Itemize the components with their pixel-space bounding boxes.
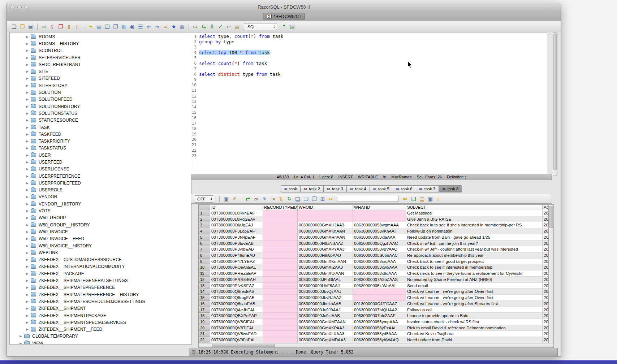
tree-item[interactable]: ▶W50_INVOICE [10, 228, 191, 235]
scrollbar-thumb[interactable] [549, 206, 553, 228]
highlight-icon[interactable]: ✑ [327, 195, 335, 203]
table-star-icon[interactable]: ▦ [178, 23, 186, 30]
table-cell[interactable]: 200 [543, 228, 548, 234]
disclosure-triangle-icon[interactable]: ▶ [25, 237, 29, 240]
table-cell[interactable] [353, 216, 406, 222]
tree-item[interactable]: ▶STATICRESOURCE [10, 117, 191, 124]
table-row[interactable]: 2100T3000000QV8wsEAD0033000000GmXLXAA300… [199, 331, 548, 337]
editor-line[interactable]: 1select type, count(*) from task [191, 34, 547, 39]
table-cell[interactable]: 00630000005S0bnAAC [353, 252, 406, 259]
tree-item[interactable]: ▶SOLUTIONHISTORY [10, 103, 191, 110]
disclosure-triangle-icon[interactable]: ▶ [19, 342, 23, 344]
result-tab[interactable]: ⊠task 5 [370, 185, 393, 192]
table-cell[interactable]: 00T3000000POeAnEAL [210, 264, 263, 270]
tree-item[interactable]: ▶ZKFEDEX__SHIPMENT [10, 305, 191, 312]
query-builder-icon[interactable]: ❑ [104, 23, 111, 30]
disclosure-triangle-icon[interactable]: ▶ [25, 174, 29, 178]
tree-item[interactable]: ▶SOLUTIONSTATUS [10, 110, 191, 117]
table-cell[interactable] [263, 216, 298, 222]
table-cell[interactable]: Check back to see if good target prospec… [406, 259, 543, 265]
column-header[interactable]: SUBJECT [406, 205, 543, 210]
table-row[interactable]: 2200T3000000QV9FaEAL0033000000GmXMDAA300… [199, 337, 548, 343]
disclosure-triangle-icon[interactable]: ▶ [25, 244, 29, 248]
close-document-icon[interactable]: x [267, 14, 271, 19]
editor-line[interactable]: 14 [191, 104, 547, 110]
table-cell[interactable]: 006300000058ypVAAQ [353, 246, 406, 252]
tree-item[interactable]: ▶ZKFEDEX__SHIPMATESCHEDULEDJOBSSETTINGS [10, 298, 191, 305]
disclosure-triangle-icon[interactable]: ▶ [25, 251, 29, 255]
table-cell[interactable] [263, 252, 298, 259]
page-icon[interactable]: ❏ [302, 195, 310, 203]
editor-line[interactable]: 19 [191, 131, 547, 137]
tree-item[interactable]: ▶ZKFEDEX__SHIPMATEPREFERENCE__HISTORY [10, 291, 191, 298]
table-cell[interactable]: 00T3000000P46qnEAB [210, 252, 263, 259]
tree-item[interactable]: ▶TASKFEED [10, 131, 191, 138]
tree-item[interactable]: ▶ZKFEDEX__SHIPMENTPACKAGE [10, 312, 191, 319]
disclosure-triangle-icon[interactable]: ▶ [25, 49, 29, 52]
table-cell[interactable] [263, 319, 298, 325]
save-icon[interactable]: ▣ [27, 23, 34, 30]
result-tab[interactable]: ⊠task 3 [324, 185, 347, 192]
disclosure-triangle-icon[interactable]: ▶ [25, 223, 29, 227]
table-row[interactable]: 1600T3000000Q8sauEAB0033000000JbukoAAB00… [199, 301, 548, 307]
import-data-icon[interactable]: ⇨ [40, 23, 48, 30]
edit-table-icon[interactable]: ▥ [120, 23, 128, 30]
quotes-icon[interactable]: ❝ [280, 23, 288, 30]
table-cell[interactable]: 00630000007A3bZAAS [353, 277, 406, 283]
disclosure-triangle-icon[interactable]: ▶ [25, 56, 29, 60]
disclosure-triangle-icon[interactable]: ▶ [25, 265, 29, 268]
column-header[interactable]: ID [210, 205, 263, 210]
table-cell[interactable]: 0033000000JbvRJAAZ [298, 295, 353, 301]
disclosure-triangle-icon[interactable]: ▶ [25, 77, 29, 80]
disclosure-triangle-icon[interactable]: ▶ [25, 35, 29, 39]
table-cell[interactable]: 00T3000000L0RknEAF [210, 210, 263, 216]
editor-line[interactable]: 7 [191, 66, 547, 72]
close-tab-icon[interactable]: ⊠ [284, 187, 288, 191]
table-row[interactable]: 1900T3000000QV8CfEAL0033000000GmXM7AAN00… [199, 319, 548, 325]
table-cell[interactable]: 200 [543, 331, 548, 337]
tree-item[interactable]: ▶TASK [10, 124, 191, 131]
refresh-results-icon[interactable]: ⇄ [244, 195, 251, 203]
table-cell[interactable]: Check-in w/ Jeff - couldn't afford last … [406, 246, 543, 252]
download-results-icon[interactable]: ⇩ [435, 195, 442, 203]
table-cell[interactable]: Leanne to provide update to Bain [406, 313, 543, 319]
editor-line[interactable]: 18 [191, 126, 547, 131]
editor-line[interactable]: 5 [191, 55, 547, 61]
table-cell[interactable] [263, 331, 298, 337]
result-tab[interactable]: ⊠task 4 [347, 185, 370, 192]
disclosure-triangle-icon[interactable]: ▶ [25, 105, 29, 108]
close-tab-icon[interactable]: ⊠ [419, 187, 423, 191]
disclosure-triangle-icon[interactable]: ▶ [25, 118, 29, 122]
new-file-icon[interactable]: ❏ [10, 23, 18, 30]
tree-item[interactable]: ▶W50_GROUP [10, 214, 191, 221]
disclosure-triangle-icon[interactable]: ▶ [25, 272, 29, 276]
table-cell[interactable]: 006300000058wgmAAA [353, 222, 406, 228]
disclosure-triangle-icon[interactable]: ▶ [25, 258, 29, 261]
table-row[interactable]: 800T3000000P46qnEAB0033000000H9i0pAAB006… [199, 252, 548, 259]
align-left-icon[interactable]: ⇤ [145, 23, 152, 30]
table-cell[interactable]: 00T3000000Q8rexEAB [210, 289, 263, 295]
table-row[interactable]: 500T3000000P3N4pEAF0033000000GmXHnAAN006… [199, 234, 548, 240]
table-cell[interactable]: 00630000007bIQUAA2 [353, 307, 406, 313]
editor-line[interactable]: 13 [191, 99, 547, 104]
table-cell[interactable]: Check nexis to see if they've found a re… [406, 270, 543, 277]
table-cell[interactable] [353, 210, 406, 216]
db-browser-icon[interactable]: ❒ [112, 23, 119, 30]
tree-item[interactable]: ▶TASKSTATUS [10, 145, 191, 152]
disclosure-triangle-icon[interactable]: ▶ [25, 230, 29, 234]
export-data-icon[interactable]: ⇧ [49, 23, 56, 30]
table-cell[interactable] [263, 277, 298, 283]
table-cell[interactable]: 200 [543, 222, 548, 228]
copy-grid-icon[interactable]: ⊞ [319, 195, 326, 203]
tree-item[interactable]: ▶ZKFEDEX__SHIPMENT__FEED [10, 326, 191, 333]
table-row[interactable]: 1200T3000000PRR8rEAH0033000000JFhGlAAL00… [199, 277, 548, 283]
table-cell[interactable]: 0033000000GmXHnAAN [298, 234, 353, 240]
favorites-icon[interactable]: ★ [170, 23, 177, 30]
table-cell[interactable] [298, 210, 353, 216]
tree-item[interactable]: ▶USERROLE [10, 187, 191, 194]
table-cell[interactable]: 0033000000GmXKmAAN [298, 259, 353, 265]
table-row[interactable]: 1800T3000000QBXPeEAP0033000000Ju9zlAAB00… [199, 313, 548, 319]
table-cell[interactable]: 00T3000000QV8CfEAL [210, 319, 263, 325]
table-row[interactable]: 100T3000000L0RknEAFGet Massage200 [199, 210, 548, 216]
table-cell[interactable]: 00T3000000QV9FaEAL [210, 337, 263, 343]
